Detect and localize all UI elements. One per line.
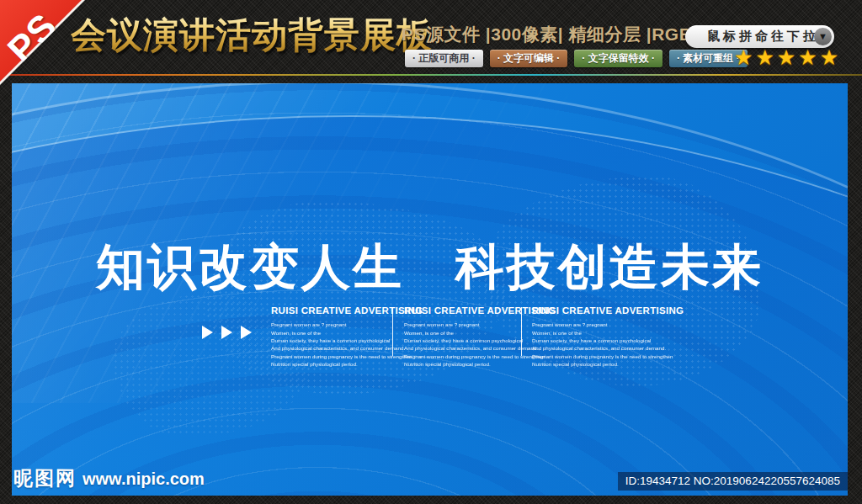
site-watermark: 昵图网 www.nipic.com xyxy=(13,465,205,491)
column-line: Nutrition special physiological period. xyxy=(271,361,399,369)
column-line: Pregnant women during pregnancy is the n… xyxy=(532,353,660,360)
badge-editable-text[interactable]: · 文字可编辑 · xyxy=(490,50,568,67)
site-url: www.nipic.com xyxy=(82,470,205,489)
column-line: Nutrition special physiological period. xyxy=(404,361,532,369)
column-line: Women, is one of the xyxy=(532,329,660,337)
feature-specs-text: PS源文件 |300像素| 精细分层 |RGB模式 xyxy=(402,23,728,46)
column-heading: RUISI CREATIVE ADVERTISING xyxy=(271,305,397,316)
site-logo-text: 昵图网 xyxy=(13,465,77,491)
column-line: Duman society, they have a common psycho… xyxy=(404,337,532,345)
column-line: And physiological characteristics, and c… xyxy=(271,345,399,353)
column-line: Pregnant women during pregnancy is the n… xyxy=(271,353,399,360)
feature-badges: · 正版可商用 · · 文字可编辑 · · 文字保留特效 · · 素材可重组 · xyxy=(405,50,748,67)
scroll-down-dropdown[interactable]: 鼠标拼命往下拉 ▼ xyxy=(685,25,834,48)
column-line: Women, is one of the xyxy=(271,329,399,337)
right-triangle-icon xyxy=(202,326,213,339)
poster-preview[interactable]: 知识改变人生 科技创造未来 RUISI CREATIVE ADVERTISING… xyxy=(12,83,848,496)
badge-text-effects-kept[interactable]: · 文字保留特效 · xyxy=(574,50,662,67)
column-line: And physiological characteristics, and c… xyxy=(532,345,660,353)
text-column-3: RUISI CREATIVE ADVERTISING Pregnant wome… xyxy=(532,305,658,382)
column-line: Duman society, they have a common psycho… xyxy=(271,337,399,345)
dropdown-label: 鼠标拼命往下拉 xyxy=(700,29,819,45)
column-heading: RUISI CREATIVE ADVERTISING xyxy=(404,305,530,316)
column-line: Pregnant women are ? pregnant xyxy=(532,321,660,329)
column-heading: RUISI CREATIVE ADVERTISING xyxy=(532,305,658,316)
poster-headline: 知识改变人生 科技创造未来 xyxy=(12,235,848,300)
dropdown-button[interactable]: ▼ xyxy=(814,28,832,45)
column-line: Nutrition special physiological period. xyxy=(532,361,660,369)
column-line: Pregnant women are ? pregnant xyxy=(271,321,399,329)
column-divider xyxy=(521,307,522,356)
column-line: Women, is one of the xyxy=(404,329,532,337)
column-body: Pregnant women are ? pregnant Women, is … xyxy=(532,321,660,369)
column-body: Pregnant women are ? pregnant Women, is … xyxy=(271,321,399,369)
badge-licensed-commercial[interactable]: · 正版可商用 · xyxy=(405,50,483,67)
right-triangle-icon xyxy=(241,326,252,339)
text-column-2: RUISI CREATIVE ADVERTISING Pregnant wome… xyxy=(404,305,530,382)
header-divider-line xyxy=(0,74,862,76)
star-rating-icons: ★★★★★ xyxy=(734,45,841,70)
chevron-down-icon: ▼ xyxy=(818,32,827,41)
text-column-1: RUISI CREATIVE ADVERTISING Pregnant wome… xyxy=(271,305,397,382)
column-divider xyxy=(392,307,393,356)
column-body: Pregnant women are ? pregnant Women, is … xyxy=(404,321,532,369)
column-line: Pregnant women are ? pregnant xyxy=(404,321,532,329)
column-line: And physiological characteristics, and c… xyxy=(404,345,532,353)
arrow-bullets xyxy=(202,326,252,339)
asset-id-label: ID:19434712 NO:20190624220557624085 xyxy=(618,472,848,491)
page-title: 会议演讲活动背景展板 xyxy=(71,12,433,59)
column-line: Pregnant women during pregnancy is the n… xyxy=(404,353,532,360)
right-triangle-icon xyxy=(221,326,232,339)
column-line: Duman society, they have a common psycho… xyxy=(532,337,660,345)
